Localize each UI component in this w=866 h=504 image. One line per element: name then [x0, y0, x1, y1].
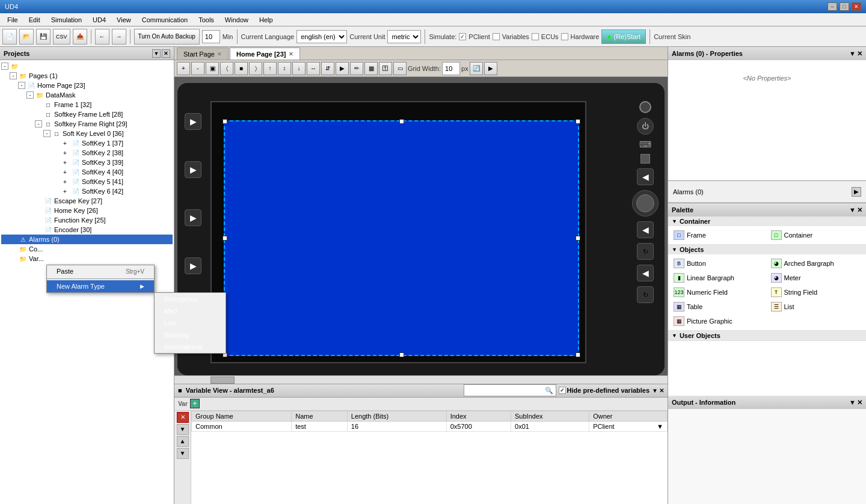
redo-button[interactable]: →	[112, 29, 126, 45]
expand-skLevel0[interactable]: -	[43, 130, 51, 137]
rulers-button[interactable]: ▭	[393, 62, 407, 75]
palette-group-user-objects-header[interactable]: ▼ User Objects	[668, 331, 866, 340]
tree-sk5[interactable]: + 📄 SoftKey 5 [41]	[1, 177, 173, 186]
left-btn-3[interactable]: ▶	[185, 209, 201, 226]
handle-tm[interactable]	[399, 119, 404, 124]
handle-mr[interactable]	[576, 236, 580, 241]
tree-funcKey[interactable]: 📄 Function Key [25]	[1, 215, 173, 225]
palette-numeric-field[interactable]: 123 Numeric Field	[671, 286, 767, 299]
minimize-button[interactable]: –	[828, 2, 837, 11]
palette-pin-btn[interactable]: ▼	[849, 206, 856, 214]
align-center-button[interactable]: ■	[235, 62, 248, 75]
dist-h-button[interactable]: ↔	[307, 62, 320, 75]
ctx-warning[interactable]: Warning	[155, 329, 226, 341]
var-search-input[interactable]	[464, 385, 542, 396]
tree-pages[interactable]: - 📁 Pages (1)	[1, 71, 173, 81]
align-left-button[interactable]: 〈	[220, 62, 233, 75]
palette-table[interactable]: ▦ Table	[671, 300, 767, 313]
left-btn-2[interactable]: ▶	[185, 161, 201, 178]
var-pin-btn[interactable]: ▼	[652, 387, 658, 394]
pclient-checkbox[interactable]	[459, 33, 466, 40]
export-button[interactable]: 📤	[73, 29, 87, 45]
delete-var-button[interactable]: ✕	[177, 412, 189, 423]
minutes-input[interactable]	[202, 30, 220, 43]
search-icon[interactable]: 🔍	[542, 387, 556, 395]
csv-button[interactable]: CSV	[53, 29, 70, 45]
palette-picture-graphic[interactable]: ▦ Picture Graphic	[671, 315, 767, 328]
restart-button[interactable]: ● (Re)Start	[601, 29, 646, 44]
tree-sk1[interactable]: + 📄 SoftKey 1 [37]	[1, 138, 173, 148]
align-middle-button[interactable]: ↕	[278, 62, 291, 75]
tree-frame1[interactable]: □ Frame 1 [32]	[1, 100, 173, 109]
table-row[interactable]: Common test 16 0x5700 0x01 PClient ▼	[192, 421, 668, 431]
owner-dropdown-icon[interactable]: ▼	[657, 423, 663, 430]
handle-br[interactable]	[576, 352, 580, 357]
props-close-btn[interactable]: ✕	[857, 50, 862, 58]
ctx-informational[interactable]: Informational	[155, 341, 226, 353]
align-right-button[interactable]: 〉	[249, 62, 262, 75]
palette-close-btn[interactable]: ✕	[857, 206, 862, 214]
alarms-expand-btn[interactable]: ▶	[852, 187, 861, 197]
select-button[interactable]: ▶	[336, 62, 349, 75]
expand-sfRight[interactable]: -	[35, 120, 42, 128]
tab-start-close[interactable]: ✕	[217, 51, 222, 57]
var-down-button[interactable]: ▼	[177, 448, 189, 459]
left-btn-1[interactable]: ▶	[185, 113, 201, 130]
tree-sk2[interactable]: + 📄 SoftKey 2 [38]	[1, 148, 173, 158]
rotate-btn-2[interactable]: ↻	[637, 286, 654, 303]
zoom-out-button[interactable]: -	[191, 62, 204, 75]
save-button[interactable]: 💾	[36, 29, 51, 45]
new-button[interactable]: 📄	[2, 29, 17, 45]
left-btn-4[interactable]: ▶	[185, 257, 201, 274]
var-action-btn[interactable]: ▼	[177, 424, 189, 435]
output-pin-btn[interactable]: ▼	[849, 399, 856, 407]
tab-home-close[interactable]: ✕	[289, 51, 293, 57]
draw-button[interactable]: ✏	[350, 62, 363, 75]
tree-homepage[interactable]: - 📄 Home Page [23]	[1, 81, 173, 90]
properties-header[interactable]: Alarms (0) - Properties ▼ ✕	[668, 47, 866, 60]
menu-view[interactable]: View	[112, 15, 136, 25]
tree-var[interactable]: 📁 Var...	[1, 254, 173, 263]
palette-group-container-header[interactable]: ▼ Container	[668, 217, 866, 226]
palette-group-objects-header[interactable]: ▼ Objects	[668, 245, 866, 254]
panel-close-button[interactable]: ✕	[162, 49, 170, 58]
palette-button[interactable]: B Button	[671, 257, 767, 270]
palette-arched-bargraph[interactable]: ◕ Arched Bargraph	[768, 257, 864, 270]
tree-escKey[interactable]: 📄 Escape Key [27]	[1, 196, 173, 206]
rotary-knob[interactable]	[632, 190, 659, 217]
menu-window[interactable]: Window	[220, 15, 253, 25]
props-pin-btn[interactable]: ▼	[849, 50, 856, 58]
palette-list[interactable]: ☰ List	[768, 300, 864, 313]
right-btn-3[interactable]: ◀	[637, 265, 654, 281]
snap-button[interactable]: ⚿	[379, 62, 392, 75]
right-btn-1[interactable]: ◀	[637, 168, 654, 185]
expand-pages[interactable]: -	[10, 72, 17, 79]
align-top-button[interactable]: ↑	[263, 62, 277, 75]
ctx-emergency[interactable]: Emergency	[155, 293, 226, 305]
menu-communication[interactable]: Communication	[137, 15, 192, 25]
menu-ud4[interactable]: UD4	[88, 15, 111, 25]
tree-sk4[interactable]: + 📄 SoftKey 4 [40]	[1, 167, 173, 177]
palette-frame[interactable]: □ Frame	[671, 229, 767, 242]
handle-tr[interactable]	[576, 119, 580, 124]
expand-root[interactable]: -	[1, 63, 8, 70]
tree-encoder[interactable]: 📄 Encoder [30]	[1, 225, 173, 235]
tree-homeKey[interactable]: 📄 Home Key [26]	[1, 206, 173, 215]
hardware-checkbox[interactable]	[561, 33, 568, 40]
var-close-btn[interactable]: ✕	[659, 387, 664, 394]
tree-sfRight[interactable]: - □ Softkey Frame Right [29]	[1, 119, 173, 129]
expand-datamask[interactable]: -	[26, 91, 34, 99]
h-scroll-thumb[interactable]	[210, 376, 235, 384]
blue-canvas[interactable]	[224, 120, 579, 356]
ctx-paste[interactable]: Paste Strg+V	[47, 265, 154, 277]
right-btn-2[interactable]: ◀	[637, 221, 654, 238]
h-scrollbar[interactable]	[174, 375, 668, 384]
tree-sk3[interactable]: + 📄 SoftKey 3 [39]	[1, 158, 173, 167]
output-close-btn[interactable]: ✕	[857, 399, 862, 407]
handle-ml[interactable]	[223, 236, 227, 241]
palette-container[interactable]: □ Container	[768, 229, 864, 242]
language-select[interactable]: english (en)	[296, 30, 347, 43]
tree-datamask[interactable]: - 📁 DataMask	[1, 90, 173, 100]
add-var-button[interactable]: +	[190, 399, 200, 408]
variables-checkbox[interactable]	[493, 33, 500, 40]
